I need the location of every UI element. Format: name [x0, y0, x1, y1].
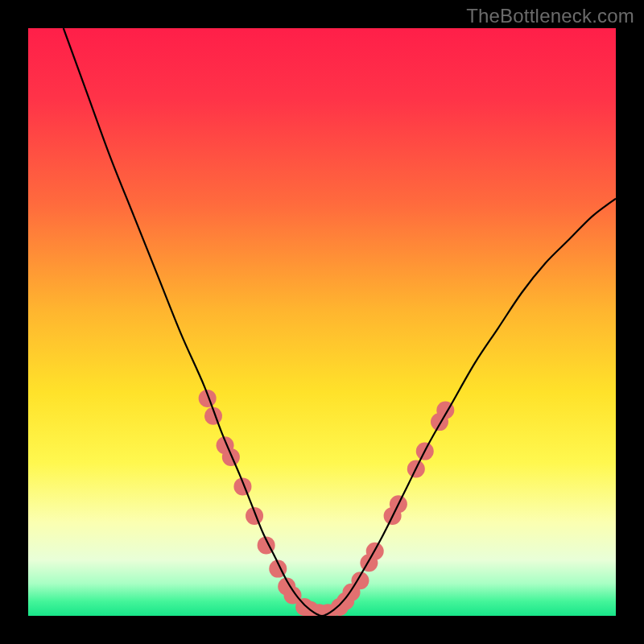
chart-frame: TheBottleneck.com	[0, 0, 644, 644]
plot-area	[28, 28, 616, 616]
data-marker	[222, 448, 240, 466]
bottleneck-curve	[64, 28, 616, 616]
data-markers	[199, 390, 455, 616]
watermark-text: TheBottleneck.com	[466, 5, 634, 27]
curve-layer	[28, 28, 616, 616]
